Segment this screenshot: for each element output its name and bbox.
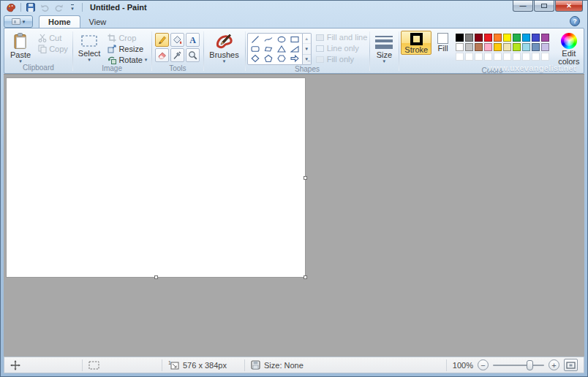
palette-swatch[interactable] [474, 33, 483, 42]
group-brushes: Brushes ▾ [203, 29, 244, 73]
palette-swatch[interactable] [474, 42, 483, 52]
palette-swatch[interactable] [483, 52, 493, 61]
palette-swatch[interactable] [540, 33, 550, 42]
palette-swatch[interactable] [455, 42, 464, 52]
shape-rectangle[interactable] [288, 34, 301, 44]
palette-swatch[interactable] [493, 42, 502, 52]
palette-swatch[interactable] [512, 33, 521, 42]
palette-swatch[interactable] [512, 52, 521, 61]
canvas-resize-handle-right[interactable] [304, 176, 307, 180]
pencil-tool-button[interactable] [155, 33, 169, 47]
fill-color-button[interactable]: Fill [434, 31, 452, 53]
drawing-canvas[interactable] [7, 78, 305, 277]
magnifier-tool-button[interactable] [186, 48, 200, 62]
canvas-resize-handle-bottom[interactable] [154, 275, 158, 279]
help-button[interactable]: ? [570, 16, 580, 26]
eraser-tool-button[interactable] [155, 48, 169, 62]
palette-swatch[interactable] [540, 52, 550, 61]
status-bar: 1 576 x 384px Size: None 100% − + [4, 357, 584, 373]
zoom-in-button[interactable]: + [549, 359, 559, 370]
palette-swatch[interactable] [502, 33, 512, 42]
shape-hexagon[interactable] [275, 54, 288, 64]
canvas-resize-handle-corner[interactable] [304, 275, 307, 279]
palette-swatch[interactable] [464, 33, 474, 42]
shape-right-triangle[interactable] [288, 44, 301, 53]
close-button[interactable]: ✕ [555, 1, 583, 12]
crop-button[interactable]: Crop [105, 33, 149, 42]
zoom-slider[interactable] [493, 365, 544, 366]
fill-and-line-option[interactable]: Fill and line [316, 33, 368, 42]
fit-to-window-button[interactable] [564, 359, 578, 371]
save-icon[interactable] [25, 2, 37, 12]
chevron-down-icon: ▾ [223, 59, 226, 63]
maximize-button[interactable] [534, 1, 554, 12]
gallery-scroll-up-icon[interactable]: ▲ [303, 34, 311, 44]
shape-curve[interactable] [262, 34, 275, 44]
color-picker-tool-button[interactable] [170, 48, 184, 62]
size-button[interactable]: Size ▾ [372, 31, 396, 64]
palette-swatch-color [456, 34, 464, 42]
fill-only-option[interactable]: Fill only [316, 55, 368, 64]
zoom-out-button[interactable]: − [478, 359, 489, 370]
application-menu-button[interactable]: ▾ [4, 15, 33, 28]
fill-and-line-icon [316, 34, 324, 41]
palette-swatch[interactable] [531, 33, 540, 42]
shape-rounded-rectangle[interactable] [249, 44, 262, 53]
palette-swatch[interactable] [502, 42, 512, 52]
palette-swatch[interactable] [483, 42, 493, 52]
pencil-icon [157, 35, 167, 45]
undo-icon[interactable] [39, 2, 50, 12]
paste-button[interactable]: Paste ▾ [7, 31, 34, 64]
palette-swatch[interactable] [531, 52, 540, 61]
palette-swatch-empty [541, 53, 549, 61]
gallery-more-icon[interactable]: ▼̲ [303, 55, 311, 64]
palette-swatch[interactable] [474, 52, 483, 61]
resize-button[interactable]: Resize [105, 44, 149, 53]
brushes-button[interactable]: Brushes ▾ [206, 31, 242, 64]
edit-colors-button[interactable]: Edit colors [554, 31, 583, 66]
palette-swatch[interactable] [493, 52, 502, 61]
stroke-color-button[interactable]: Stroke [401, 31, 431, 55]
palette-swatch-color [513, 34, 521, 42]
palette-swatch[interactable] [464, 52, 474, 61]
paint-app-icon[interactable] [5, 2, 17, 12]
select-button[interactable]: Select ▾ [75, 31, 105, 62]
palette-swatch[interactable] [521, 42, 531, 52]
redo-icon[interactable] [53, 2, 64, 12]
copy-button[interactable]: Copy [36, 44, 70, 53]
zoom-slider-thumb[interactable] [527, 360, 533, 370]
palette-swatch[interactable] [493, 33, 502, 42]
shape-diamond[interactable] [249, 54, 262, 64]
palette-swatch[interactable] [464, 42, 474, 52]
cut-icon [38, 34, 47, 42]
palette-swatch[interactable] [540, 42, 550, 52]
chevron-down-icon: ▾ [145, 58, 148, 61]
palette-swatch[interactable] [521, 52, 531, 61]
line-only-option[interactable]: Line only [316, 44, 368, 53]
palette-swatch[interactable] [521, 33, 531, 42]
tab-home[interactable]: Home [39, 15, 80, 28]
rotate-button[interactable]: Rotate ▾ [105, 55, 149, 64]
palette-swatch[interactable] [455, 33, 464, 42]
canvas-size-section: 1 576 x 384px [162, 357, 244, 373]
qat-customize-icon[interactable]: ▾ [67, 2, 78, 12]
minimize-button[interactable]: — [513, 1, 533, 12]
palette-swatch[interactable] [483, 33, 493, 42]
shape-oval[interactable] [275, 34, 288, 44]
gallery-scroll-down-icon[interactable]: ▼ [303, 44, 311, 54]
cut-button[interactable]: Cut [36, 33, 70, 42]
shape-line[interactable] [249, 34, 262, 44]
palette-swatch-empty [465, 53, 473, 61]
palette-swatch[interactable] [455, 52, 464, 61]
shape-pentagon[interactable] [262, 54, 275, 64]
shape-polygon[interactable] [262, 44, 275, 53]
palette-swatch-color [513, 43, 521, 51]
palette-swatch[interactable] [531, 42, 540, 52]
shape-arrow[interactable] [288, 54, 301, 64]
fill-with-color-tool-button[interactable] [170, 33, 184, 47]
text-tool-button[interactable]: A [186, 33, 200, 47]
palette-swatch[interactable] [502, 52, 512, 61]
shape-triangle[interactable] [275, 44, 288, 53]
tab-view[interactable]: View [80, 15, 116, 28]
palette-swatch[interactable] [512, 42, 521, 52]
